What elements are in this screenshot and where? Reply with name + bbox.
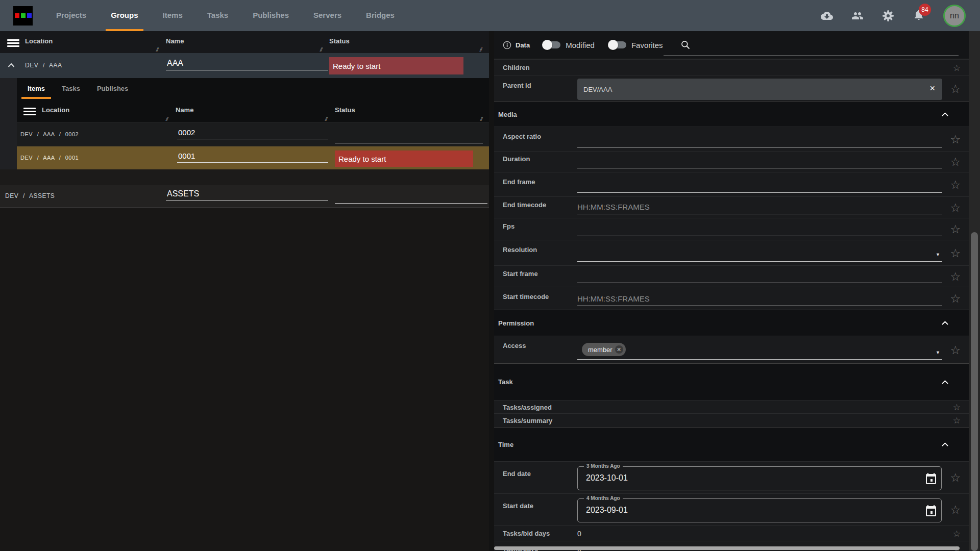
access-member-chip[interactable]: member ✕ — [582, 343, 626, 356]
status-chip[interactable]: Ready to start — [329, 57, 463, 74]
tab-publishes[interactable]: Publishes — [97, 78, 128, 99]
settings-gear-icon[interactable] — [882, 10, 894, 22]
name-input[interactable] — [166, 188, 328, 201]
nav-tab-publishes[interactable]: Publishes — [240, 0, 301, 31]
start-date-field[interactable]: 4 Months Ago 2023-09-01 — [577, 498, 942, 522]
chevron-up-icon[interactable] — [942, 380, 948, 384]
column-resize-handle[interactable]: // — [480, 47, 482, 53]
field-row-start-date: Start date 4 Months Ago 2023-09-01 ☆ — [494, 493, 969, 525]
favorites-toggle[interactable] — [609, 41, 626, 48]
resolution-select[interactable] — [577, 247, 942, 262]
column-resize-handle[interactable]: // — [325, 116, 327, 122]
table-menu-icon[interactable] — [7, 38, 19, 48]
field-row-tasks-bid-days: Tasks/bid days 0 ☆ — [494, 525, 969, 541]
end-frame-input[interactable] — [577, 179, 942, 193]
dropdown-arrow-icon[interactable]: ▼ — [936, 252, 940, 257]
horizontal-scrollbar[interactable] — [494, 546, 960, 550]
favorites-toggle-label: Favorites — [631, 41, 663, 49]
aspect-ratio-input[interactable] — [577, 133, 942, 147]
cloud-download-icon[interactable] — [821, 10, 833, 22]
duration-input[interactable] — [577, 154, 942, 168]
item-row-0001-selected[interactable]: DEV / AAA / 0001 Ready to start — [17, 146, 489, 169]
chevron-up-icon[interactable] — [942, 442, 948, 446]
calendar-icon[interactable] — [925, 505, 937, 517]
nav-tab-items[interactable]: Items — [151, 0, 195, 31]
start-frame-input[interactable] — [577, 269, 942, 283]
favorite-star-icon[interactable]: ☆ — [950, 223, 961, 235]
favorite-star-icon[interactable]: ☆ — [950, 247, 961, 259]
column-resize-handle[interactable]: // — [480, 116, 482, 122]
favorite-star-icon[interactable]: ☆ — [950, 270, 961, 282]
name-input[interactable] — [166, 58, 328, 70]
logo-blue-square — [27, 13, 32, 18]
fps-input[interactable] — [577, 222, 942, 236]
location-breadcrumb: DEV / AAA / 0002 — [20, 131, 79, 137]
name-input[interactable] — [177, 151, 328, 163]
favorite-star-icon[interactable]: ☆ — [950, 179, 961, 190]
favorite-star-icon[interactable]: ☆ — [950, 344, 961, 356]
group-row-dev-aaa[interactable]: DEV / AAA Ready to start — [0, 53, 489, 78]
attribute-search-input[interactable] — [664, 43, 959, 56]
nav-tab-bridges[interactable]: Bridges — [354, 0, 407, 31]
chevron-up-icon[interactable] — [942, 321, 948, 325]
favorite-star-icon[interactable]: ☆ — [950, 472, 961, 484]
section-header-media[interactable]: Media — [494, 102, 969, 127]
info-icon[interactable] — [503, 41, 511, 49]
name-input[interactable] — [177, 127, 328, 139]
status-field[interactable]: Ready to start — [335, 151, 483, 167]
start-timecode-input[interactable] — [577, 292, 942, 306]
favorite-star-icon[interactable]: ☆ — [953, 416, 961, 425]
access-select[interactable] — [577, 359, 942, 360]
favorite-star-icon[interactable]: ☆ — [950, 293, 961, 305]
status-field[interactable] — [335, 188, 487, 204]
nav-tab-projects[interactable]: Projects — [44, 0, 99, 31]
favorite-star-icon[interactable]: ☆ — [953, 529, 961, 538]
subtable-menu-icon[interactable] — [23, 106, 36, 117]
favorite-star-icon[interactable]: ☆ — [950, 504, 961, 516]
field-row-duration: Duration ☆ — [494, 151, 969, 172]
favorite-star-icon[interactable]: ☆ — [950, 156, 961, 168]
chevron-up-icon[interactable] — [942, 112, 948, 116]
end-timecode-input[interactable] — [577, 200, 942, 214]
nav-tab-servers[interactable]: Servers — [301, 0, 354, 31]
column-resize-handle[interactable]: // — [156, 47, 158, 53]
section-header-permission[interactable]: Permission — [494, 310, 969, 336]
favorite-star-icon[interactable]: ☆ — [950, 83, 961, 95]
column-resize-handle[interactable]: // — [166, 116, 168, 122]
collapse-chevron-icon[interactable] — [8, 63, 15, 67]
nav-tab-tasks[interactable]: Tasks — [195, 0, 240, 31]
dropdown-arrow-icon[interactable]: ▼ — [936, 350, 940, 355]
column-resize-handle[interactable]: // — [320, 47, 322, 53]
people-icon[interactable] — [851, 10, 864, 22]
favorite-star-icon[interactable]: ☆ — [953, 63, 961, 72]
section-header-task[interactable]: Task — [494, 363, 969, 400]
toggle-knob — [542, 40, 552, 50]
section-header-time[interactable]: Time — [494, 427, 969, 461]
vertical-scrollbar-track[interactable] — [969, 31, 980, 551]
favorite-star-icon[interactable]: ☆ — [953, 403, 961, 411]
table-header: Location Name Status // // // — [0, 31, 489, 53]
clear-icon[interactable]: × — [929, 83, 935, 94]
modified-toggle-label: Modified — [566, 41, 595, 49]
user-avatar[interactable]: nn — [943, 5, 966, 27]
nav-tab-groups[interactable]: Groups — [99, 0, 150, 31]
modified-toggle[interactable] — [543, 41, 560, 48]
notifications-button[interactable]: 84 — [913, 9, 925, 23]
tab-tasks[interactable]: Tasks — [62, 78, 80, 99]
field-label: Tasks/bid days — [503, 530, 550, 537]
end-date-field[interactable]: 3 Months Ago 2023-10-01 — [577, 466, 942, 490]
favorite-star-icon[interactable]: ☆ — [950, 133, 961, 145]
column-header-location: Location — [42, 106, 69, 114]
parent-id-input[interactable] — [577, 79, 942, 100]
field-label: Start date — [503, 502, 533, 510]
tab-items[interactable]: Items — [28, 78, 45, 99]
vertical-scrollbar-thumb[interactable] — [971, 232, 978, 551]
group-row-dev-assets[interactable]: DEV / ASSETS — [0, 185, 489, 208]
status-field[interactable] — [335, 127, 483, 143]
favorite-star-icon[interactable]: ☆ — [950, 202, 961, 213]
app-logo[interactable] — [13, 6, 33, 26]
chip-remove-icon[interactable]: ✕ — [615, 345, 623, 354]
status-chip[interactable]: Ready to start — [335, 151, 473, 167]
calendar-icon[interactable] — [925, 472, 937, 485]
item-row-0002[interactable]: DEV / AAA / 0002 — [17, 122, 489, 146]
